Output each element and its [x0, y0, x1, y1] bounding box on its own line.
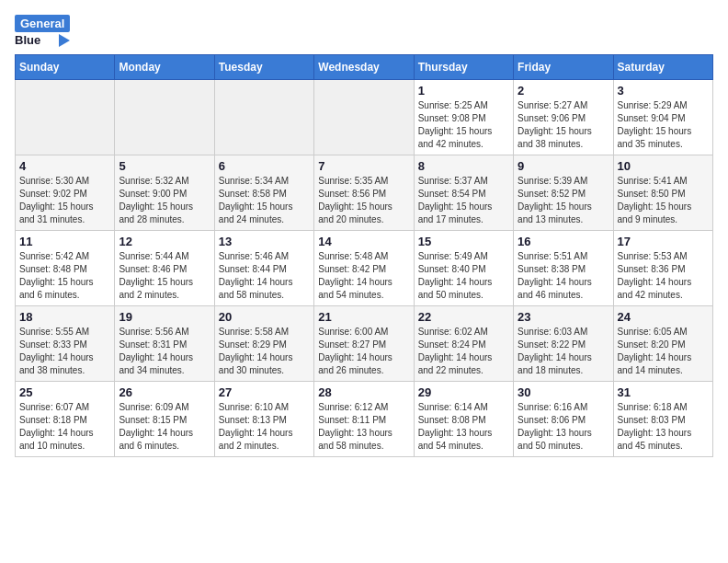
day-number: 20 — [219, 310, 310, 324]
cell-content: Sunrise: 5:44 AMSunset: 8:46 PMDaylight:… — [119, 250, 210, 302]
calendar-cell — [314, 80, 414, 155]
cell-content: Sunrise: 5:48 AMSunset: 8:42 PMDaylight:… — [318, 250, 409, 302]
day-number: 27 — [219, 385, 310, 399]
header-wednesday: Wednesday — [314, 55, 414, 80]
cell-content: Sunrise: 5:34 AMSunset: 8:58 PMDaylight:… — [219, 175, 310, 226]
cell-content: Sunrise: 5:55 AMSunset: 8:33 PMDaylight:… — [19, 326, 110, 377]
day-number: 28 — [318, 385, 409, 399]
header-friday: Friday — [514, 55, 613, 80]
day-number: 9 — [518, 159, 609, 173]
day-number: 2 — [518, 84, 609, 98]
cell-content: Sunrise: 6:03 AMSunset: 8:22 PMDaylight:… — [518, 326, 609, 377]
calendar-cell: 31Sunrise: 6:18 AMSunset: 8:03 PMDayligh… — [613, 382, 712, 457]
week-row-4: 18Sunrise: 5:55 AMSunset: 8:33 PMDayligh… — [16, 306, 713, 382]
cell-content: Sunrise: 6:10 AMSunset: 8:13 PMDaylight:… — [219, 401, 310, 453]
week-row-3: 11Sunrise: 5:42 AMSunset: 8:48 PMDayligh… — [16, 231, 713, 306]
day-number: 15 — [418, 235, 509, 248]
calendar-cell — [214, 80, 313, 155]
header-tuesday: Tuesday — [214, 55, 313, 80]
day-number: 17 — [618, 235, 709, 248]
week-row-2: 4Sunrise: 5:30 AMSunset: 9:02 PMDaylight… — [16, 155, 713, 231]
calendar-cell: 26Sunrise: 6:09 AMSunset: 8:15 PMDayligh… — [115, 382, 214, 457]
cell-content: Sunrise: 5:32 AMSunset: 9:00 PMDaylight:… — [119, 175, 210, 226]
calendar-cell: 21Sunrise: 6:00 AMSunset: 8:27 PMDayligh… — [314, 306, 414, 382]
calendar-cell: 14Sunrise: 5:48 AMSunset: 8:42 PMDayligh… — [314, 231, 414, 306]
cell-content: Sunrise: 5:29 AMSunset: 9:04 PMDaylight:… — [618, 99, 709, 151]
calendar-cell: 16Sunrise: 5:51 AMSunset: 8:38 PMDayligh… — [514, 231, 613, 306]
header-saturday: Saturday — [613, 55, 712, 80]
calendar-cell: 9Sunrise: 5:39 AMSunset: 8:52 PMDaylight… — [514, 155, 613, 231]
calendar-cell: 1Sunrise: 5:25 AMSunset: 9:08 PMDaylight… — [414, 80, 513, 155]
calendar-cell: 29Sunrise: 6:14 AMSunset: 8:08 PMDayligh… — [414, 382, 513, 457]
cell-content: Sunrise: 5:58 AMSunset: 8:29 PMDaylight:… — [219, 326, 310, 377]
calendar-cell — [16, 80, 115, 155]
calendar-cell: 3Sunrise: 5:29 AMSunset: 9:04 PMDaylight… — [613, 80, 712, 155]
cell-content: Sunrise: 5:41 AMSunset: 8:50 PMDaylight:… — [618, 175, 709, 226]
header-sunday: Sunday — [16, 55, 115, 80]
calendar-cell: 28Sunrise: 6:12 AMSunset: 8:11 PMDayligh… — [314, 382, 414, 457]
day-number: 6 — [219, 159, 310, 173]
cell-content: Sunrise: 6:18 AMSunset: 8:03 PMDaylight:… — [618, 401, 709, 453]
day-number: 4 — [19, 159, 110, 173]
day-number: 23 — [518, 310, 609, 324]
calendar-cell: 17Sunrise: 5:53 AMSunset: 8:36 PMDayligh… — [613, 231, 712, 306]
day-number: 5 — [119, 159, 210, 173]
cell-content: Sunrise: 5:39 AMSunset: 8:52 PMDaylight:… — [518, 175, 609, 226]
day-number: 31 — [618, 385, 709, 399]
day-number: 22 — [418, 310, 509, 324]
calendar-cell: 22Sunrise: 6:02 AMSunset: 8:24 PMDayligh… — [414, 306, 513, 382]
cell-content: Sunrise: 6:14 AMSunset: 8:08 PMDaylight:… — [418, 401, 509, 453]
calendar-table: SundayMondayTuesdayWednesdayThursdayFrid… — [15, 54, 713, 457]
cell-content: Sunrise: 6:02 AMSunset: 8:24 PMDaylight:… — [418, 326, 509, 377]
cell-content: Sunrise: 6:16 AMSunset: 8:06 PMDaylight:… — [518, 401, 609, 453]
calendar-cell: 10Sunrise: 5:41 AMSunset: 8:50 PMDayligh… — [613, 155, 712, 231]
calendar-cell: 5Sunrise: 5:32 AMSunset: 9:00 PMDaylight… — [115, 155, 214, 231]
day-number: 7 — [318, 159, 409, 173]
cell-content: Sunrise: 5:46 AMSunset: 8:44 PMDaylight:… — [219, 250, 310, 302]
day-number: 10 — [618, 159, 709, 173]
day-number: 29 — [418, 385, 509, 399]
day-number: 16 — [518, 235, 609, 248]
calendar-cell: 23Sunrise: 6:03 AMSunset: 8:22 PMDayligh… — [514, 306, 613, 382]
day-number: 11 — [19, 235, 110, 248]
day-number: 14 — [318, 235, 409, 248]
cell-content: Sunrise: 5:49 AMSunset: 8:40 PMDaylight:… — [418, 250, 509, 302]
day-number: 3 — [618, 84, 709, 98]
day-number: 12 — [119, 235, 210, 248]
calendar-header-row: SundayMondayTuesdayWednesdayThursdayFrid… — [16, 55, 713, 80]
calendar-cell: 24Sunrise: 6:05 AMSunset: 8:20 PMDayligh… — [613, 306, 712, 382]
day-number: 8 — [418, 159, 509, 173]
calendar-cell: 6Sunrise: 5:34 AMSunset: 8:58 PMDaylight… — [214, 155, 313, 231]
week-row-5: 25Sunrise: 6:07 AMSunset: 8:18 PMDayligh… — [16, 382, 713, 457]
header-monday: Monday — [115, 55, 214, 80]
day-number: 24 — [618, 310, 709, 324]
day-number: 1 — [418, 84, 509, 98]
day-number: 25 — [19, 385, 110, 399]
cell-content: Sunrise: 6:07 AMSunset: 8:18 PMDaylight:… — [19, 401, 110, 453]
cell-content: Sunrise: 5:56 AMSunset: 8:31 PMDaylight:… — [119, 326, 210, 377]
calendar-cell — [115, 80, 214, 155]
day-number: 21 — [318, 310, 409, 324]
calendar-cell: 27Sunrise: 6:10 AMSunset: 8:13 PMDayligh… — [214, 382, 313, 457]
day-number: 19 — [119, 310, 210, 324]
cell-content: Sunrise: 5:35 AMSunset: 8:56 PMDaylight:… — [318, 175, 409, 226]
calendar-cell: 30Sunrise: 6:16 AMSunset: 8:06 PMDayligh… — [514, 382, 613, 457]
calendar-cell: 18Sunrise: 5:55 AMSunset: 8:33 PMDayligh… — [16, 306, 115, 382]
calendar-cell: 20Sunrise: 5:58 AMSunset: 8:29 PMDayligh… — [214, 306, 313, 382]
cell-content: Sunrise: 5:42 AMSunset: 8:48 PMDaylight:… — [19, 250, 110, 302]
day-number: 26 — [119, 385, 210, 399]
cell-content: Sunrise: 5:51 AMSunset: 8:38 PMDaylight:… — [518, 250, 609, 302]
day-number: 30 — [518, 385, 609, 399]
cell-content: Sunrise: 6:00 AMSunset: 8:27 PMDaylight:… — [318, 326, 409, 377]
cell-content: Sunrise: 6:05 AMSunset: 8:20 PMDaylight:… — [618, 326, 709, 377]
calendar-cell: 19Sunrise: 5:56 AMSunset: 8:31 PMDayligh… — [115, 306, 214, 382]
logo: General Blue — [15, 15, 70, 47]
cell-content: Sunrise: 6:09 AMSunset: 8:15 PMDaylight:… — [119, 401, 210, 453]
cell-content: Sunrise: 5:27 AMSunset: 9:06 PMDaylight:… — [518, 99, 609, 151]
day-number: 18 — [19, 310, 110, 324]
calendar-cell: 25Sunrise: 6:07 AMSunset: 8:18 PMDayligh… — [16, 382, 115, 457]
calendar-cell: 7Sunrise: 5:35 AMSunset: 8:56 PMDaylight… — [314, 155, 414, 231]
calendar-cell: 15Sunrise: 5:49 AMSunset: 8:40 PMDayligh… — [414, 231, 513, 306]
header: General Blue — [15, 15, 713, 47]
cell-content: Sunrise: 5:53 AMSunset: 8:36 PMDaylight:… — [618, 250, 709, 302]
